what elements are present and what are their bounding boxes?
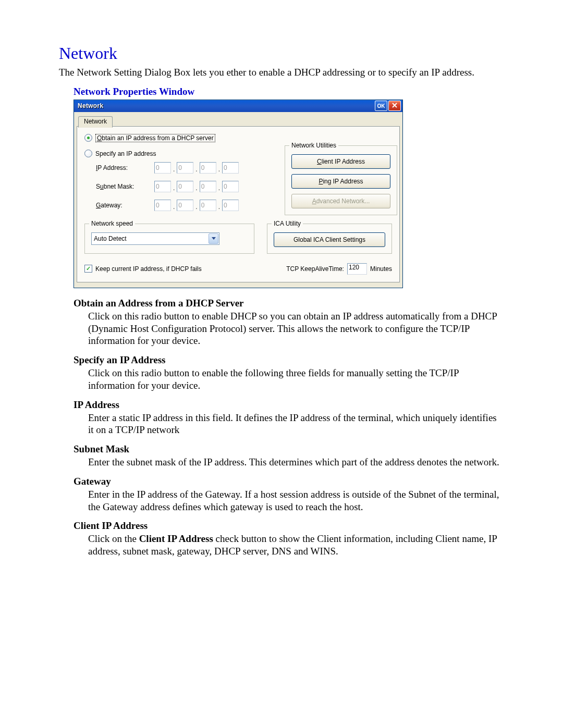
page-heading: Network	[59, 44, 504, 63]
ip-address-field[interactable]: 0. 0. 0. 0	[154, 162, 272, 174]
desc-obtain: Click on this radio button to enable DHC…	[59, 310, 504, 347]
advanced-network-button[interactable]: Advanced Network...	[291, 194, 390, 208]
intro-text: The Network Setting Dialog Box lets you …	[59, 66, 504, 79]
figure-caption: Network Properties Window	[59, 86, 504, 97]
ip-octet[interactable]: 0	[177, 181, 193, 192]
desc-client-ip: Click on the Client IP Address check but…	[59, 533, 504, 558]
global-ica-button[interactable]: Global ICA Client Settings	[274, 232, 385, 247]
term-client-ip: Client IP Address	[59, 520, 504, 532]
term-ip: IP Address	[59, 399, 504, 411]
ip-octet[interactable]: 0	[222, 181, 239, 192]
radio-specify-ip[interactable]: Specify an IP address	[84, 149, 272, 159]
ip-octet[interactable]: 0	[200, 200, 216, 211]
speed-legend: Network speed	[89, 220, 135, 227]
keep-ip-checkbox[interactable]	[84, 265, 92, 273]
ip-octet[interactable]: 0	[177, 162, 193, 174]
ip-octet[interactable]: 0	[222, 162, 239, 174]
subnet-mask-field[interactable]: 0. 0. 0. 0	[154, 181, 272, 192]
ica-legend: ICA Utility	[272, 220, 303, 227]
client-ip-button[interactable]: Client IP Address	[291, 154, 390, 169]
desc-specify: Click on this radio button to enable the…	[59, 367, 504, 392]
desc-ip: Enter a static IP address in this field.…	[59, 412, 504, 437]
desc-gateway: Enter in the IP address of the Gateway. …	[59, 488, 504, 513]
network-utilities-group: Network Utilities Client IP Address Ping…	[285, 145, 397, 215]
term-gateway: Gateway	[59, 476, 504, 487]
tab-network[interactable]: Network	[78, 116, 113, 128]
ip-octet[interactable]: 0	[200, 181, 216, 192]
ip-octet[interactable]: 0	[177, 200, 193, 211]
chevron-down-icon	[209, 233, 218, 244]
radio-obtain-dhcp[interactable]: Obtain an IP address from a DHCP server	[84, 133, 392, 143]
radio-specify-label: Specify an IP address	[95, 150, 156, 157]
window-title: Network	[78, 102, 374, 109]
combo-value: Auto Detect	[94, 235, 127, 242]
network-window: Network OK Network Obtain an IP address …	[74, 100, 403, 288]
close-icon	[392, 103, 397, 109]
ica-utility-group: ICA Utility Global ICA Client Settings	[267, 224, 392, 254]
radio-obtain-label: Obtain an IP address from a DHCP server	[95, 134, 215, 142]
term-obtain: Obtain an Address from a DHCP Server	[59, 298, 504, 309]
keepalive-label: TCP KeepAliveTime:	[286, 265, 344, 273]
term-specify: Specify an IP Address	[59, 354, 504, 366]
subnet-mask-label: Subnet Mask:	[96, 183, 154, 190]
tab-panel: Obtain an IP address from a DHCP server …	[77, 126, 400, 282]
ip-octet[interactable]: 0	[200, 162, 216, 174]
ip-octet[interactable]: 0	[154, 181, 171, 192]
radio-icon	[84, 150, 92, 157]
ok-button[interactable]: OK	[375, 101, 387, 111]
ip-octet[interactable]: 0	[222, 200, 239, 211]
ping-ip-button[interactable]: Ping IP Address	[291, 174, 390, 189]
ip-octet[interactable]: 0	[154, 162, 171, 174]
keepalive-unit: Minutes	[370, 265, 392, 273]
term-subnet: Subnet Mask	[59, 443, 504, 455]
network-speed-group: Network speed Auto Detect	[84, 224, 254, 254]
utilities-legend: Network Utilities	[289, 142, 338, 149]
keep-ip-label: Keep current IP address, if DHCP fails	[95, 265, 202, 273]
network-speed-combo[interactable]: Auto Detect	[91, 232, 219, 245]
titlebar: Network OK	[74, 100, 402, 112]
gateway-label: Gateway:	[96, 202, 154, 209]
ip-octet[interactable]: 0	[154, 200, 171, 211]
ip-address-label: IP Address:	[96, 164, 154, 171]
desc-subnet: Enter the subnet mask of the IP address.…	[59, 456, 504, 468]
gateway-field[interactable]: 0. 0. 0. 0	[154, 200, 272, 211]
close-button[interactable]	[388, 101, 401, 111]
keepalive-input[interactable]: 120	[347, 263, 367, 275]
radio-icon	[84, 134, 92, 142]
